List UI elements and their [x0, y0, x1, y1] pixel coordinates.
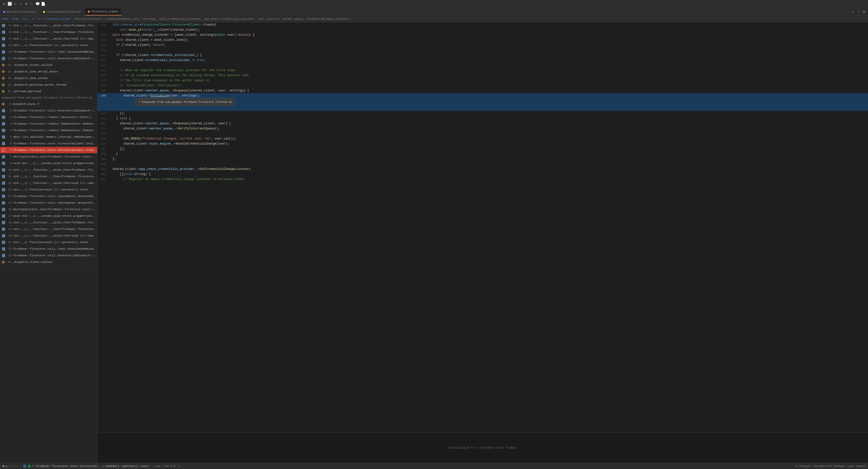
stack-label-b21: std::__1::function<void ()>::operator() …	[13, 241, 95, 244]
list-icon[interactable]: ≡	[13, 2, 17, 6]
stack-item-b2[interactable]: 2 firebase::firestore::remote::Datastore…	[0, 114, 97, 121]
stack-item-b7-selected[interactable]: 7 firebase::firestore::core::FirestoreCl…	[0, 147, 97, 153]
stack-item-b14[interactable]: 14 firebase::firestore::util::AsyncQueue…	[0, 193, 97, 200]
stack-label-20: _dispatch_lane_invoke	[13, 77, 95, 80]
stack-num-b0: 0	[6, 102, 11, 106]
code-line-147: 147 // `FirestoreClient::Initialize()`.	[97, 83, 868, 88]
nav-pods-1[interactable]: Pods	[2, 18, 9, 21]
stack-item-b22[interactable]: 22 firebase::firestore::util::Task::Exec…	[0, 246, 97, 252]
stack-item-b13[interactable]: 13 std::__1::function<void ()>::operator…	[0, 186, 97, 193]
stack-label-21: _dispatch_workloop_worker_thread	[13, 83, 95, 86]
tab-firestore-client[interactable]: firestore_client	[85, 8, 121, 16]
stack-num-22: 22	[6, 90, 11, 93]
stack-item-b1[interactable]: 1 firebase::firestore::util::ExecutorLib…	[0, 107, 97, 114]
stack-item-17[interactable]: 17 firebase::firestore::util::ExecutorLi…	[0, 55, 97, 62]
split-icon[interactable]: ⧉	[862, 10, 866, 14]
stack-item-20[interactable]: 20 _dispatch_lane_invoke	[0, 75, 97, 82]
stack-num-b15: 15	[7, 201, 12, 204]
flag-icon[interactable]: ⚑	[24, 2, 28, 6]
nav-path: FirestoreClient::Create(database_info, s…	[78, 18, 351, 21]
stack-num-b6: 6	[7, 142, 12, 145]
frame-icon-b15	[2, 201, 5, 204]
nav-fire[interactable]: Fir...e	[23, 18, 34, 21]
changes-count: 0 changes	[796, 465, 811, 468]
frame-icon-b4	[2, 129, 5, 132]
search-icon[interactable]: ⌕	[19, 2, 23, 6]
step-over-icon[interactable]: ↷	[9, 464, 10, 468]
tab-latest-app[interactable]: LatestAppDetailWorker	[40, 8, 85, 16]
stack-item-13[interactable]: 13 std::__1::__function::__func<firebase…	[0, 29, 97, 35]
code-line-152: 152 shared_client->worker_queue_->Enqueu…	[97, 121, 868, 126]
frame-icon-20	[2, 76, 5, 80]
frame-icon-21	[2, 83, 5, 86]
stack-item-b9[interactable]: 9 void std::__1::__invoke_void_return_wr…	[0, 160, 97, 167]
stack-item-b0[interactable]: 0 dispatch_async_f	[0, 101, 97, 107]
stack-item-21[interactable]: 21 _dispatch_workloop_worker_thread	[0, 82, 97, 88]
frame-icon-b9	[2, 162, 5, 165]
stack-item-b11[interactable]: 11 std::__1::__function::__func<firebase…	[0, 173, 97, 180]
step-inst-icon[interactable]: ⇒	[17, 464, 18, 468]
stop-icon[interactable]: ⏹	[2, 464, 5, 468]
warning-icon[interactable]: ⚐	[30, 2, 34, 6]
stack-item-b18[interactable]: 18 std::__1::__function::__alloc_func<fi…	[0, 219, 97, 226]
box-icon[interactable]: ⬜	[8, 2, 12, 6]
step-out-icon[interactable]: ↑	[14, 465, 16, 468]
tab-menu-icon[interactable]: ⋮	[856, 10, 860, 14]
stack-item-b8[interactable]: 8 decltype(static_cast<firebase::firesto…	[0, 153, 97, 160]
frame-icon-b13	[2, 188, 5, 191]
stack-num-b10: 10	[7, 168, 12, 171]
debug-controls: ⏹ ▶ ↷ ↓ ↑ ⇒	[2, 464, 18, 468]
doc-icon[interactable]: 📄	[41, 2, 45, 6]
code-line-163: 163 // Register an empty credentials cha…	[97, 177, 868, 182]
stack-num-16: 16	[7, 50, 12, 53]
step-into-icon[interactable]: ↓	[11, 465, 13, 468]
stack-item-b3[interactable]: 3 firebase::firestore::remote::RemoteSto…	[0, 121, 97, 127]
stack-item-b24[interactable]: 24 _dispatch_client_callout	[0, 259, 97, 265]
stack-item-b12[interactable]: 12 std::__1::__function::__value_func<vo…	[0, 180, 97, 186]
tab-dot-orange	[88, 11, 90, 13]
unavailable-section: Unavailable for recorded stack frames	[97, 433, 868, 463]
stack-item-b10[interactable]: 10 std::__1::__function::__alloc_func<fi…	[0, 167, 97, 173]
nav-cfile[interactable]: C firestore_client	[41, 18, 71, 21]
stack-item-b17[interactable]: 17 void std::__1::__invoke_void_return_w…	[0, 213, 97, 219]
stack-item-b19[interactable]: 19 std::__1::__function::__func<firebase…	[0, 226, 97, 232]
stack-item-b20[interactable]: 20 std::__1::__function::__value_func<vo…	[0, 232, 97, 239]
chat-icon[interactable]: 💬	[35, 2, 39, 6]
nav-pods-2[interactable]: Pods	[12, 18, 19, 21]
stack-item-16[interactable]: 16 firebase::firestore::util::Task::Exec…	[0, 49, 97, 55]
continue-icon[interactable]: ▶	[6, 464, 8, 468]
code-editor[interactable]: 120 std::shared_ptr<FirestoreClient> Fir…	[97, 22, 868, 433]
thread-icon: 7	[23, 464, 27, 468]
enqueued-section-label: Enqueued from com.google.firebase.firest…	[0, 95, 97, 101]
stack-item-b15[interactable]: 15 firebase::firestore::util::AsyncQueue…	[0, 200, 97, 206]
stack-label-b1: firebase::firestore::util::ExecutorLibdi…	[13, 109, 95, 112]
tooltip-icon: ≡	[138, 99, 140, 105]
left-panel-stack: 12 std::__1::__function::__alloc_func<fi…	[0, 22, 97, 463]
tab-firestore-label: firestore_client	[91, 10, 118, 13]
bottom-status-bar: ⏹ ▶ ↷ ↓ ↑ ⇒ | 7 ● 7 firebase::firestore:…	[0, 463, 868, 469]
stack-item-b5[interactable]: 5 absl::lts_20211102::memory_internal::M…	[0, 134, 97, 140]
stack-item-b6[interactable]: 6 firebase::firestore::core::FirestoreCl…	[0, 140, 97, 147]
code-line-142: 142 shared_client->credentials_initializ…	[97, 58, 868, 63]
stack-label-b9: void std::__1::__invoke_void_return_wrap…	[13, 162, 95, 165]
stack-item-12[interactable]: 12 std::__1::__function::__alloc_func<fi…	[0, 22, 97, 29]
stack-item-15[interactable]: 15 std::__1::function<void ()>::operator…	[0, 42, 97, 49]
stack-num-13: 13	[7, 31, 12, 34]
col-info: Col: 1	[170, 465, 180, 468]
code-line-120: 120 std::shared_ptr<FirestoreClient> Fir…	[97, 22, 868, 27]
stack-item-19[interactable]: 19 _dispatch_lane_serial_drain	[0, 68, 97, 75]
stack-item-b23[interactable]: 23 firebase::firestore::util::ExecutorLi…	[0, 252, 97, 259]
stack-item-22[interactable]: 22 _pthread_wqthread	[0, 88, 97, 95]
stack-label-b23: firebase::firestore::util::ExecutorLibdi…	[13, 254, 95, 257]
stack-num-b8: 8	[7, 155, 12, 158]
grid-icon[interactable]: ⊞	[2, 2, 6, 6]
code-line-140: 140	[97, 48, 868, 53]
frame-icon-b19	[2, 228, 5, 231]
stack-item-14[interactable]: 14 std::__1::__function::__value_func<vo…	[0, 35, 97, 42]
stack-num-b22: 22	[7, 247, 12, 251]
stack-item-18[interactable]: 18 _dispatch_client_callout	[0, 62, 97, 68]
stack-item-b4[interactable]: 4 firebase::firestore::remote::RemoteSto…	[0, 127, 97, 134]
stack-item-b21[interactable]: 21 std::__1::function<void ()>::operator…	[0, 239, 97, 246]
stack-item-b16[interactable]: 16 decltype(static_cast<firebase::firest…	[0, 206, 97, 213]
tab-base-section[interactable]: BaseSectionHandler	[0, 8, 40, 16]
